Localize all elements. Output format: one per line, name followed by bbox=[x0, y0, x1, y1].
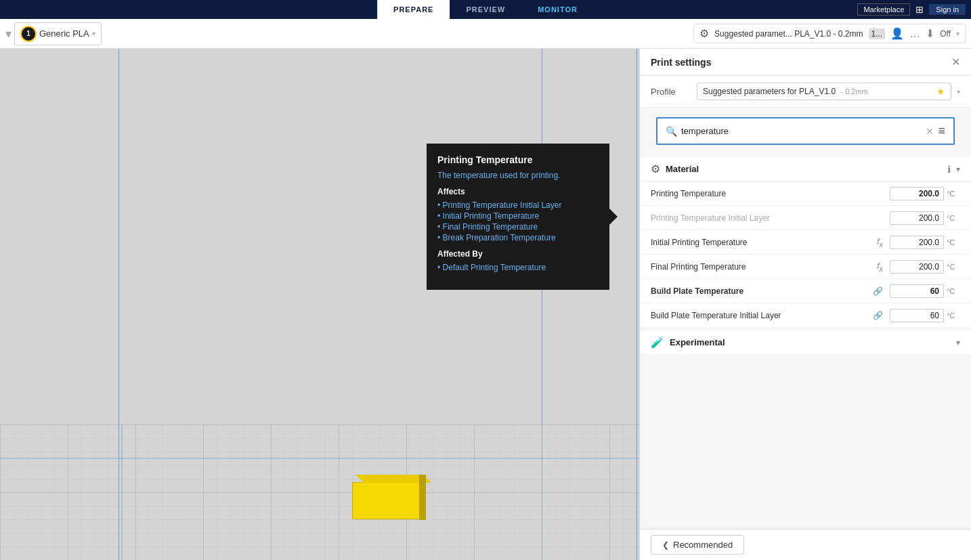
material-info-icon[interactable]: ℹ bbox=[947, 164, 951, 175]
print-settings-panel: Print settings ✕ Profile Suggested param… bbox=[639, 49, 971, 560]
toolbar: ▾ 1 Generic PLA ▾ ⚙ Suggested paramet...… bbox=[0, 19, 971, 49]
final-printing-temp-label: Final Printing Temperature bbox=[651, 262, 877, 272]
initial-temp-fx-icon: fx bbox=[877, 236, 883, 249]
tooltip-affects-label: Affects bbox=[437, 187, 599, 196]
settings-content: ⚙ Material ℹ ▾ Printing Temperature °C P… bbox=[640, 154, 971, 529]
build-plate-temp-unit: °C bbox=[947, 287, 960, 295]
more-icon[interactable]: … bbox=[909, 28, 920, 40]
profile-star-icon: ★ bbox=[936, 86, 945, 97]
tooltip-affects-item-1: Printing Temperature Initial Layer bbox=[437, 200, 599, 210]
search-icon: 🔍 bbox=[666, 126, 677, 137]
search-input[interactable] bbox=[681, 126, 922, 136]
tooltip-arrow bbox=[609, 209, 618, 225]
printing-temp-label: Printing Temperature bbox=[651, 189, 890, 198]
tooltip-panel: Printing Temperature The temperature use… bbox=[427, 144, 609, 290]
printing-temp-input[interactable] bbox=[890, 187, 944, 200]
build-plate-temp-label: Build Plate Temperature bbox=[651, 286, 873, 296]
setting-row-printing-temp: Printing Temperature °C bbox=[640, 181, 971, 206]
tooltip-affected-by-list: Default Printing Temperature bbox=[437, 263, 599, 272]
viewport: Printing Temperature The temperature use… bbox=[0, 49, 639, 560]
build-plate-temp-initial-input[interactable] bbox=[890, 309, 944, 322]
recommended-button[interactable]: ❮ Recommended bbox=[651, 535, 744, 555]
final-printing-temp-input[interactable] bbox=[890, 260, 944, 274]
3d-object bbox=[352, 482, 420, 519]
final-printing-temp-unit: °C bbox=[947, 263, 960, 271]
tab-preview[interactable]: PREVIEW bbox=[450, 0, 521, 19]
top-nav-right: Marketplace ⊞ Sign in bbox=[857, 3, 971, 16]
profile-name-display: Suggested paramet... PLA_V1.0 - 0.2mm bbox=[714, 29, 863, 39]
material-name: Generic PLA bbox=[39, 28, 89, 39]
signin-button[interactable]: Sign in bbox=[929, 4, 966, 15]
material-section-right: ℹ ▾ bbox=[947, 164, 960, 175]
experimental-chevron-icon: ▾ bbox=[956, 338, 960, 347]
setting-row-printing-temp-initial: Printing Temperature Initial Layer °C bbox=[640, 206, 971, 230]
build-plate-link-icon: 🔗 bbox=[873, 286, 883, 296]
bottom-bar: ❮ Recommended bbox=[640, 529, 971, 560]
material-section-header[interactable]: ⚙ Material ℹ ▾ bbox=[640, 157, 971, 181]
profile-select-name: Suggested parameters for PLA_V1.0 bbox=[703, 87, 836, 96]
profile-icon: 👤 bbox=[890, 27, 904, 40]
setting-row-build-plate-temp-initial: Build Plate Temperature Initial Layer 🔗 … bbox=[640, 303, 971, 328]
settings-icon: ⚙ bbox=[699, 27, 709, 40]
guide-line-vertical-3 bbox=[636, 49, 637, 560]
profile-select[interactable]: Suggested parameters for PLA_V1.0 - 0.2m… bbox=[697, 83, 951, 100]
panel-header: Print settings ✕ bbox=[640, 49, 971, 76]
profile-dropdown-arrow[interactable]: ▾ bbox=[956, 30, 959, 37]
printing-temp-initial-label: Printing Temperature Initial Layer bbox=[651, 213, 890, 223]
final-temp-fx-icon: fx bbox=[877, 261, 883, 273]
printing-temp-initial-input[interactable] bbox=[890, 211, 944, 225]
experimental-section-header[interactable]: 🧪 Experimental ▾ bbox=[640, 330, 971, 355]
build-plate-temp-initial-value-container: 🔗 °C bbox=[873, 309, 960, 322]
build-plate-temp-value-container: 🔗 °C bbox=[873, 284, 960, 298]
printing-temp-value-container: °C bbox=[890, 187, 960, 200]
search-clear-icon[interactable]: ✕ bbox=[926, 126, 934, 137]
grid-icon[interactable]: ⊞ bbox=[915, 4, 924, 15]
top-nav: PREPARE PREVIEW MONITOR Marketplace ⊞ Si… bbox=[0, 0, 971, 19]
marketplace-link[interactable]: Marketplace bbox=[857, 3, 910, 16]
experimental-section-title: Experimental bbox=[670, 337, 725, 347]
close-button[interactable]: ✕ bbox=[951, 56, 960, 68]
tab-prepare[interactable]: PREPARE bbox=[377, 0, 450, 19]
tooltip-affects-item-3: Final Printing Temperature bbox=[437, 222, 599, 232]
slice-count: 1... bbox=[869, 28, 886, 39]
nav-tabs: PREPARE PREVIEW MONITOR bbox=[377, 0, 594, 19]
setting-row-initial-printing-temp: Initial Printing Temperature fx °C bbox=[640, 230, 971, 255]
material-selector[interactable]: 1 Generic PLA ▾ bbox=[14, 22, 102, 45]
material-section-left: ⚙ Material bbox=[651, 163, 699, 175]
search-container: 🔍 ✕ ≡ bbox=[640, 108, 971, 154]
build-plate-initial-link-icon: 🔗 bbox=[873, 311, 883, 320]
material-badge: 1 bbox=[20, 26, 37, 42]
printing-temp-initial-unit: °C bbox=[947, 214, 960, 222]
tooltip-affected-by-label: Affected By bbox=[437, 249, 599, 259]
initial-printing-temp-label: Initial Printing Temperature bbox=[651, 238, 877, 247]
final-printing-temp-value-container: fx °C bbox=[877, 260, 960, 274]
dropdown-arrow[interactable]: ▾ bbox=[5, 26, 12, 41]
material-icon: ⚙ bbox=[651, 163, 660, 175]
material-section-title: Material bbox=[666, 164, 699, 174]
setting-row-final-printing-temp: Final Printing Temperature fx °C bbox=[640, 255, 971, 279]
tooltip-title: Printing Temperature bbox=[437, 154, 599, 165]
svg-rect-1 bbox=[0, 425, 639, 560]
search-menu-icon[interactable]: ≡ bbox=[938, 124, 945, 138]
search-bar: 🔍 ✕ ≡ bbox=[656, 117, 955, 145]
tooltip-affects-item-2: Initial Printing Temperature bbox=[437, 211, 599, 221]
tooltip-affects-item-4: Break Preparation Temperature bbox=[437, 233, 599, 242]
profile-row: Profile Suggested parameters for PLA_V1.… bbox=[640, 76, 971, 108]
build-plate-temp-input[interactable] bbox=[890, 284, 944, 298]
profile-label: Profile bbox=[651, 87, 691, 97]
off-label: Off bbox=[940, 29, 951, 39]
panel-title: Print settings bbox=[651, 57, 711, 68]
tooltip-affected-by-item-1: Default Printing Temperature bbox=[437, 263, 599, 272]
grid-floor bbox=[0, 425, 639, 560]
profile-chevron-down[interactable]: ▾ bbox=[957, 88, 960, 95]
download-icon[interactable]: ⬇ bbox=[926, 27, 934, 40]
build-plate-temp-initial-unit: °C bbox=[947, 311, 960, 320]
build-plate-temp-initial-label: Build Plate Temperature Initial Layer bbox=[651, 311, 873, 320]
experimental-section-left: 🧪 Experimental bbox=[651, 336, 725, 349]
initial-printing-temp-input[interactable] bbox=[890, 236, 944, 249]
printing-temp-unit: °C bbox=[947, 190, 960, 198]
tab-monitor[interactable]: MONITOR bbox=[521, 0, 594, 19]
initial-printing-temp-unit: °C bbox=[947, 238, 960, 246]
material-chevron-icon: ▾ bbox=[956, 165, 960, 174]
profile-select-suffix: - 0.2mm bbox=[840, 87, 867, 95]
